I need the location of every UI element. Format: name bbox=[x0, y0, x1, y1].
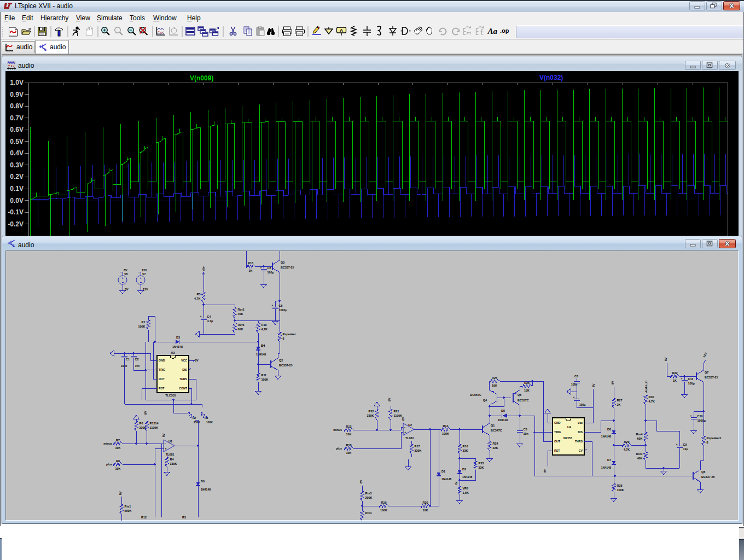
svg-text:A: A bbox=[340, 28, 344, 33]
svg-text:Rvr4: Rvr4 bbox=[636, 433, 643, 436]
svg-text:R23: R23 bbox=[479, 462, 484, 465]
svg-text:100μ: 100μ bbox=[688, 382, 695, 385]
svg-text:1N4148: 1N4148 bbox=[601, 466, 611, 469]
svg-text:1K: 1K bbox=[249, 269, 253, 272]
svg-text:330K: 330K bbox=[170, 462, 177, 465]
svg-text:8V: 8V bbox=[611, 381, 614, 384]
svg-text:minus: minus bbox=[333, 428, 342, 431]
svg-text:C4: C4 bbox=[207, 315, 211, 318]
svg-text:C11: C11 bbox=[688, 377, 694, 381]
svg-text:100n: 100n bbox=[121, 364, 127, 368]
svg-text:D4: D4 bbox=[261, 344, 265, 347]
svg-text:R28: R28 bbox=[617, 484, 623, 487]
svg-text:100K: 100K bbox=[380, 509, 387, 512]
svg-text:12μ: 12μ bbox=[683, 447, 688, 451]
svg-text:0.0V: 0.0V bbox=[10, 197, 24, 205]
svg-text:+: + bbox=[676, 442, 678, 446]
svg-text:1000μ: 1000μ bbox=[279, 308, 287, 312]
svg-text:8V: 8V bbox=[195, 359, 199, 362]
svg-text:250K: 250K bbox=[194, 421, 200, 424]
svg-text:8V: 8V bbox=[664, 357, 667, 361]
svg-text:R2: R2 bbox=[193, 416, 196, 419]
svg-text:200K: 200K bbox=[365, 496, 373, 499]
svg-text:R12: R12 bbox=[141, 516, 147, 519]
svg-text:+: + bbox=[573, 395, 575, 399]
svg-text:0.7V: 0.7V bbox=[10, 114, 24, 122]
svg-text:4,7K: 4,7K bbox=[649, 400, 655, 403]
svg-text:15n: 15n bbox=[135, 364, 140, 368]
svg-text:Q4: Q4 bbox=[483, 399, 487, 402]
svg-text:1N4148: 1N4148 bbox=[172, 345, 183, 348]
svg-text:+: + bbox=[690, 414, 692, 417]
svg-text:8V: 8V bbox=[359, 480, 363, 483]
svg-text:C2: C2 bbox=[135, 358, 139, 361]
svg-text:+: + bbox=[272, 304, 274, 307]
svg-text:8V: 8V bbox=[119, 491, 122, 495]
svg-text:R1314: R1314 bbox=[150, 422, 159, 425]
svg-text:NE555: NE555 bbox=[563, 436, 572, 440]
svg-text:8V: 8V bbox=[592, 383, 595, 387]
svg-text:R26: R26 bbox=[524, 381, 530, 384]
svg-text:1000μ: 1000μ bbox=[698, 419, 706, 422]
svg-text:4,7K: 4,7K bbox=[624, 448, 630, 451]
svg-text:40K: 40K bbox=[637, 457, 643, 460]
svg-text:Rspeaker: Rspeaker bbox=[283, 332, 297, 336]
svg-text:R20: R20 bbox=[423, 501, 428, 504]
svg-text:U1: U1 bbox=[168, 440, 172, 443]
svg-text:R25: R25 bbox=[492, 376, 497, 380]
svg-text:TLC555: TLC555 bbox=[165, 394, 176, 397]
svg-text:R5: R5 bbox=[197, 293, 201, 296]
svg-text:VCC: VCC bbox=[181, 359, 187, 362]
svg-text:10K: 10K bbox=[423, 509, 428, 512]
svg-text:R7: R7 bbox=[116, 439, 120, 442]
svg-text:R21: R21 bbox=[394, 410, 399, 413]
svg-text:10K: 10K bbox=[524, 389, 530, 392]
svg-text:D2: D2 bbox=[462, 468, 466, 471]
svg-text:C5: C5 bbox=[279, 304, 283, 307]
svg-text:Q5: Q5 bbox=[518, 393, 521, 396]
svg-text:100n: 100n bbox=[571, 383, 577, 386]
svg-text:U3: U3 bbox=[171, 351, 175, 354]
svg-text:Rvr2: Rvr2 bbox=[238, 308, 245, 311]
svg-text:100K: 100K bbox=[442, 432, 449, 435]
svg-text:1N4148: 1N4148 bbox=[256, 353, 266, 356]
svg-text:100K: 100K bbox=[617, 488, 624, 492]
svg-text:R32: R32 bbox=[672, 371, 678, 375]
svg-text:Q6: Q6 bbox=[701, 470, 705, 474]
svg-text:R19: R19 bbox=[381, 501, 387, 504]
svg-text:U4: U4 bbox=[567, 425, 571, 429]
svg-text:V(n032): V(n032) bbox=[539, 74, 563, 81]
svg-text:Q1: Q1 bbox=[491, 424, 495, 427]
svg-text:10K: 10K bbox=[492, 384, 497, 387]
svg-text:R8: R8 bbox=[116, 459, 120, 463]
svg-text:330K: 330K bbox=[367, 414, 374, 417]
svg-text:minus: minus bbox=[103, 442, 112, 445]
svg-text:R5: R5 bbox=[182, 516, 186, 519]
svg-text:VR6: VR6 bbox=[463, 487, 469, 490]
svg-text:BC337-25: BC337-25 bbox=[281, 266, 294, 269]
svg-text:BC337-25: BC337-25 bbox=[705, 376, 718, 379]
svg-text:C8: C8 bbox=[268, 266, 271, 270]
svg-text:Rtv4: Rtv4 bbox=[365, 511, 372, 515]
svg-text:-0.2V: -0.2V bbox=[8, 220, 24, 228]
svg-text:100μ: 100μ bbox=[268, 271, 274, 274]
svg-text:8V: 8V bbox=[162, 433, 165, 437]
svg-text:DIS: DIS bbox=[578, 430, 583, 434]
svg-text:C10: C10 bbox=[698, 415, 703, 418]
svg-text:Rvr3: Rvr3 bbox=[238, 323, 245, 326]
svg-text:Q2: Q2 bbox=[279, 359, 283, 362]
svg-text:BC557C: BC557C bbox=[470, 393, 481, 396]
svg-text:+: + bbox=[260, 266, 262, 269]
svg-text:+5v: +5v bbox=[202, 266, 205, 271]
svg-text:plus: plus bbox=[106, 463, 112, 466]
svg-text:THRS: THRS bbox=[179, 377, 188, 381]
svg-text:R30: R30 bbox=[649, 395, 654, 399]
svg-text:R3: R3 bbox=[205, 416, 208, 419]
svg-text:R18: R18 bbox=[346, 444, 352, 447]
svg-text:R14: R14 bbox=[443, 424, 449, 428]
svg-text:Q3: Q3 bbox=[281, 261, 284, 264]
svg-text:D3: D3 bbox=[176, 336, 180, 339]
svg-text:1N4148: 1N4148 bbox=[441, 477, 451, 481]
svg-text:BC547C: BC547C bbox=[491, 429, 502, 432]
svg-text:+: + bbox=[681, 377, 683, 380]
